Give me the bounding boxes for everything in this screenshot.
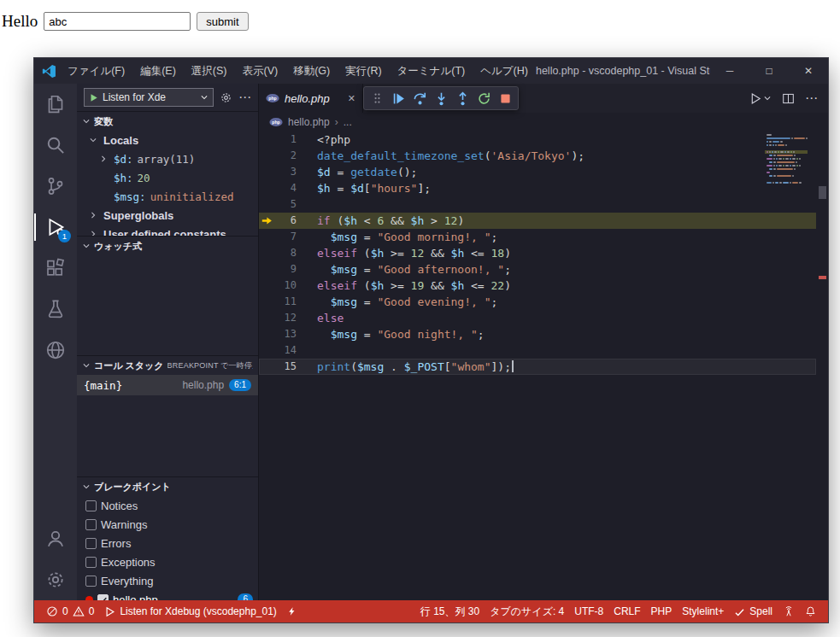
debug-current-line-arrow-icon[interactable]: [259, 213, 274, 229]
breakpoint-option-notices[interactable]: Notices: [77, 496, 258, 515]
gear-icon[interactable]: [220, 91, 232, 104]
tab-hello-php[interactable]: php hello.php ✕: [259, 84, 363, 113]
glyph-margin[interactable]: [259, 342, 274, 359]
debug-continue-icon[interactable]: [388, 88, 408, 108]
menu-item-4[interactable]: 移動(G): [285, 58, 338, 84]
breadcrumb[interactable]: php hello.php › ...: [259, 113, 828, 131]
glyph-margin[interactable]: [259, 278, 274, 294]
breakpoint-file-row[interactable]: hello.php6: [77, 590, 258, 600]
glyph-margin[interactable]: [259, 359, 274, 375]
menu-item-5[interactable]: 実行(R): [338, 58, 389, 84]
tab-size-indicator[interactable]: タブのサイズ: 4: [485, 600, 569, 622]
files-icon[interactable]: [34, 84, 77, 125]
code-line-9[interactable]: 9 $msg = "Good afternoon!, ";: [259, 261, 816, 278]
breakpoint-option-errors[interactable]: Errors: [77, 534, 258, 552]
checkbox-unchecked[interactable]: [85, 500, 97, 511]
glyph-margin[interactable]: [259, 196, 274, 213]
call-stack-frame[interactable]: {main} hello.php 6:1: [77, 375, 258, 395]
more-actions-icon[interactable]: ⋯: [238, 90, 251, 105]
menu-item-7[interactable]: ヘルプ(H): [473, 58, 536, 84]
variables-section-header[interactable]: 変数: [77, 112, 258, 131]
split-editor-icon[interactable]: [782, 92, 795, 105]
code-line-12[interactable]: 12else: [259, 310, 816, 326]
extensions-icon[interactable]: [34, 248, 77, 289]
variable-h[interactable]: $h:20: [77, 168, 258, 187]
launch-config-dropdown[interactable]: Listen for Xde: [84, 88, 214, 107]
debug-stop-icon[interactable]: [495, 88, 515, 108]
debug-restart-icon[interactable]: [473, 88, 494, 108]
whom-text-input[interactable]: [44, 12, 191, 31]
cursor-position[interactable]: 行 15、列 30: [415, 600, 485, 622]
encoding-indicator[interactable]: UTF-8: [569, 600, 608, 622]
debug-step-into-icon[interactable]: [431, 88, 451, 108]
breakpoint-option-warnings[interactable]: Warnings: [77, 515, 258, 534]
notifications-indicator[interactable]: [800, 600, 821, 622]
menu-item-0[interactable]: ファイル(F): [60, 58, 132, 84]
debug-target-indicator[interactable]: Listen for Xdebug (vscodephp_01): [99, 600, 281, 622]
close-tab-icon[interactable]: ✕: [348, 93, 355, 104]
menu-item-3[interactable]: 表示(V): [234, 58, 285, 84]
glyph-margin[interactable]: [259, 229, 274, 245]
glyph-margin[interactable]: [259, 326, 274, 342]
overview-ruler[interactable]: [816, 131, 828, 600]
menu-item-6[interactable]: ターミナル(T): [390, 58, 473, 84]
language-indicator[interactable]: PHP: [646, 600, 678, 622]
debug-grip-icon[interactable]: [367, 88, 387, 108]
glyph-margin[interactable]: [259, 294, 274, 310]
minimap[interactable]: [765, 133, 808, 184]
code-line-1[interactable]: 1<?php: [259, 131, 816, 148]
glyph-margin[interactable]: [259, 131, 274, 148]
xdebug-indicator[interactable]: [282, 600, 302, 622]
breadcrumb-more[interactable]: ...: [344, 116, 352, 128]
code-line-5[interactable]: 5: [259, 196, 816, 213]
glyph-margin[interactable]: [259, 261, 274, 278]
stylelint-indicator[interactable]: Stylelint+: [677, 600, 729, 622]
testing-icon[interactable]: [34, 289, 77, 330]
checkbox-unchecked[interactable]: [85, 557, 97, 568]
glyph-margin[interactable]: [259, 245, 274, 261]
variable-msg[interactable]: $msg:uninitialized: [77, 187, 258, 206]
code-line-10[interactable]: 10elseif ($h >= 19 && $h <= 22): [259, 278, 816, 294]
breakpoint-option-exceptions[interactable]: Exceptions: [77, 552, 258, 571]
account-icon[interactable]: [34, 518, 77, 559]
code-line-2[interactable]: 2date_default_timezone_set('Asia/Tokyo')…: [259, 148, 816, 164]
search-icon[interactable]: [34, 125, 77, 166]
glyph-margin[interactable]: [259, 310, 274, 326]
glyph-margin[interactable]: [259, 180, 274, 196]
glyph-margin[interactable]: [259, 164, 274, 180]
code-line-6[interactable]: 6if ($h < 6 && $h > 12): [259, 213, 816, 229]
editor-more-icon[interactable]: ⋯: [805, 91, 818, 106]
debug-step-out-icon[interactable]: [452, 88, 473, 108]
close-button[interactable]: ✕: [789, 58, 828, 84]
run-button[interactable]: [749, 92, 772, 105]
code-line-3[interactable]: 3$d = getdate();: [259, 164, 816, 180]
watch-section-header[interactable]: ウォッチ式: [77, 237, 258, 255]
menu-item-2[interactable]: 選択(S): [184, 58, 235, 84]
spell-checker-indicator[interactable]: Spell: [729, 600, 778, 622]
globe-icon[interactable]: [34, 330, 77, 371]
eol-indicator[interactable]: CRLF: [608, 600, 645, 622]
scope-locals[interactable]: Locals: [77, 131, 258, 149]
code-line-14[interactable]: 14: [259, 342, 816, 359]
debug-icon[interactable]: 1: [34, 207, 77, 248]
source-control-icon[interactable]: [34, 166, 77, 207]
code-line-13[interactable]: 13 $msg = "Good night!, ";: [259, 326, 816, 342]
settings-gear-icon[interactable]: [34, 559, 77, 600]
scrollbar-thumb[interactable]: [819, 186, 826, 199]
breadcrumb-file[interactable]: hello.php: [288, 116, 330, 128]
menu-item-1[interactable]: 編集(E): [132, 58, 184, 84]
code-line-4[interactable]: 4$h = $d["hours"];: [259, 180, 816, 196]
code-line-11[interactable]: 11 $msg = "Good evening!, ";: [259, 294, 816, 310]
start-debugging-icon[interactable]: [89, 93, 98, 102]
maximize-button[interactable]: □: [749, 58, 789, 84]
breakpoint-option-everything[interactable]: Everything: [77, 571, 258, 590]
glyph-margin[interactable]: [259, 148, 274, 164]
code-line-8[interactable]: 8elseif ($h >= 12 && $h <= 18): [259, 245, 816, 261]
checkbox-unchecked[interactable]: [85, 538, 97, 549]
scope-superglobals[interactable]: Superglobals: [77, 206, 258, 225]
minimize-button[interactable]: ─: [710, 58, 749, 84]
checkbox-checked[interactable]: [97, 594, 109, 601]
problems-indicator[interactable]: 0 0: [41, 600, 99, 622]
call-stack-section-header[interactable]: コール スタック BREAKPOINT で一時停止: [77, 356, 258, 375]
variable-d[interactable]: $d:array(11): [77, 149, 258, 168]
